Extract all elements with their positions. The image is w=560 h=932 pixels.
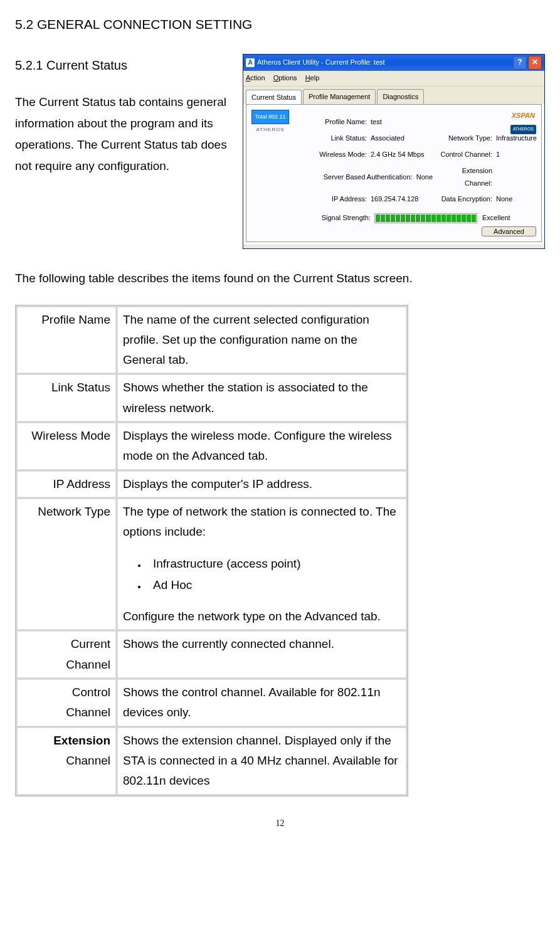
label-network-type: Network Type: <box>436 132 496 145</box>
table-row: ControlChannel Shows the control channel… <box>17 679 406 726</box>
label-server-auth: Server Based Authentication: None <box>302 171 436 184</box>
label-signal-strength: Signal Strength: <box>302 212 374 225</box>
list-item: Infrastructure (access point) <box>147 554 401 574</box>
tab-profile-management[interactable]: Profile Management <box>303 89 376 105</box>
cell-desc: Shows whether the station is associated … <box>117 374 406 421</box>
label-link-status: Link Status: <box>302 132 371 145</box>
window-footer <box>243 245 544 248</box>
table-intro-paragraph: The following table describes the items … <box>15 268 545 289</box>
menu-bar: Action Options Help <box>243 71 544 87</box>
cell-desc: The name of the current selected configu… <box>117 307 406 374</box>
subsection-heading: 5.2.1 Current Status <box>15 54 235 77</box>
table-row: ExtensionChannel Shows the extension cha… <box>17 728 406 795</box>
tab-panel-current-status: Total 802.11 ATHEROS XSPAN ATHEROS Profi… <box>246 104 542 242</box>
value-link-status: Associated <box>371 132 436 145</box>
cell-label: ExtensionChannel <box>17 728 116 795</box>
section-heading: 5.2 GENERAL CONNECTION SETTING <box>15 13 545 36</box>
cell-desc: Shows the control channel. Available for… <box>117 679 406 726</box>
cell-desc: Shows the extension channel. Displayed o… <box>117 728 406 795</box>
window-title: Atheros Client Utility - Current Profile… <box>257 56 513 69</box>
menu-help[interactable]: Help <box>305 74 320 82</box>
cell-label: Wireless Mode <box>17 423 116 470</box>
close-button[interactable]: ✕ <box>528 56 542 70</box>
value-ip-address: 169.254.74.128 <box>371 193 436 206</box>
list-item: Ad Hoc <box>147 575 401 595</box>
cell-desc: Shows the currently connected channel. <box>117 631 406 678</box>
help-button[interactable]: ? <box>513 56 527 70</box>
label-profile-name: Profile Name: <box>302 116 371 129</box>
value-control-channel: 1 <box>496 149 546 161</box>
xspan-logo: XSPAN <box>510 110 536 122</box>
intro-paragraph: The Current Status tab contains general … <box>15 92 235 177</box>
value-data-encryption: None <box>496 193 546 206</box>
table-row: CurrentChannel Shows the currently conne… <box>17 631 406 678</box>
tab-bar: Current Status Profile Management Diagno… <box>243 87 544 105</box>
total-80211-badge: Total 802.11 <box>251 110 289 124</box>
cell-label: CurrentChannel <box>17 631 116 678</box>
label-ip-address: IP Address: <box>302 193 371 206</box>
tab-diagnostics[interactable]: Diagnostics <box>377 89 424 105</box>
value-signal-strength: Excellent <box>482 212 510 225</box>
brand-xspan: XSPAN ATHEROS <box>510 110 536 135</box>
table-row: IP Address Displays the computer's IP ad… <box>17 471 406 497</box>
cell-desc: The type of network the station is conne… <box>117 499 406 630</box>
cell-label: Network Type <box>17 499 116 630</box>
cell-label: Profile Name <box>17 307 116 374</box>
table-row: Profile Name The name of the current sel… <box>17 307 406 374</box>
description-table: Profile Name The name of the current sel… <box>15 305 408 797</box>
atheros-text: ATHEROS <box>251 125 289 134</box>
page-number: 12 <box>15 815 545 831</box>
value-server-auth: None <box>416 173 433 181</box>
table-row: Link Status Shows whether the station is… <box>17 374 406 421</box>
signal-strength-bar <box>374 213 477 223</box>
brand-atheros-badge: Total 802.11 ATHEROS <box>251 110 289 134</box>
cell-label: IP Address <box>17 471 116 497</box>
label-wireless-mode: Wireless Mode: <box>302 149 371 161</box>
cell-label: ControlChannel <box>17 679 116 726</box>
cell-desc: Displays the computer's IP address. <box>117 471 406 497</box>
label-extension-channel: Extension Channel: <box>436 165 496 190</box>
cell-label: Link Status <box>17 374 116 421</box>
cell-desc: Displays the wireless mode. Configure th… <box>117 423 406 470</box>
app-window: A Atheros Client Utility - Current Profi… <box>243 54 545 250</box>
tab-current-status[interactable]: Current Status <box>246 90 302 105</box>
label-control-channel: Control Channel: <box>436 149 496 161</box>
advanced-button[interactable]: Advanced <box>482 226 536 236</box>
table-row: Wireless Mode Displays the wireless mode… <box>17 423 406 470</box>
table-row: Network Type The type of network the sta… <box>17 499 406 630</box>
value-wireless-mode: 2.4 GHz 54 Mbps <box>371 149 436 161</box>
menu-options[interactable]: Options <box>273 74 297 82</box>
menu-action[interactable]: Action <box>246 74 265 82</box>
value-profile-name: test <box>371 116 436 129</box>
atheros-pill: ATHEROS <box>510 125 536 134</box>
label-data-encryption: Data Encryption: <box>436 193 496 206</box>
app-icon: A <box>246 58 255 67</box>
window-titlebar: A Atheros Client Utility - Current Profi… <box>243 55 544 71</box>
